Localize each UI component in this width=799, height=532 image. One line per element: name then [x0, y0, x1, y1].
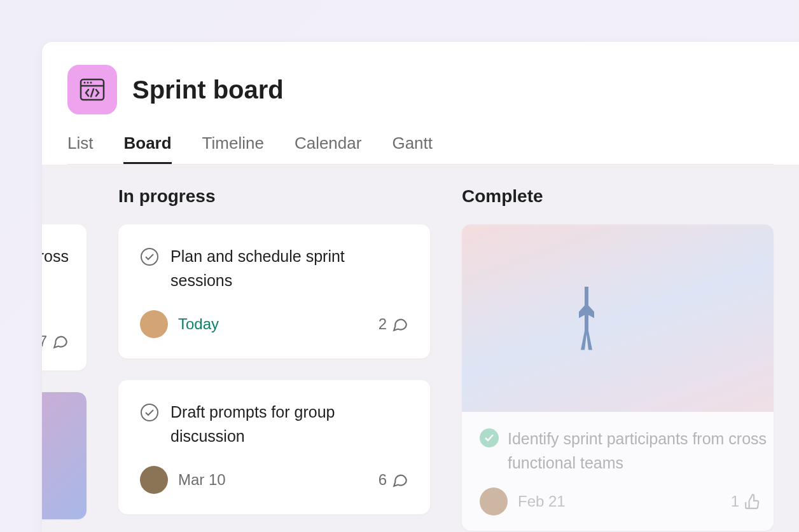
check-done-icon[interactable]: [480, 428, 499, 447]
comment-icon: [52, 333, 69, 350]
svg-point-3: [87, 82, 89, 84]
comment-count[interactable]: 6: [379, 471, 408, 489]
column-header[interactable]: Complete: [462, 186, 774, 207]
task-title: k from cross: [42, 245, 69, 269]
task-title: Draft prompts for group discussion: [170, 400, 408, 448]
view-tabs: List Board Timeline Calendar Gantt: [67, 133, 774, 165]
assignee-avatar[interactable]: [480, 488, 508, 515]
column-header: [42, 186, 87, 207]
comment-icon: [392, 316, 408, 332]
tab-calendar[interactable]: Calendar: [295, 133, 362, 164]
card-thumbnail: [42, 392, 87, 519]
column-header[interactable]: In progress: [118, 186, 430, 207]
project-title: Sprint board: [132, 76, 284, 104]
title-row: Sprint board: [67, 65, 774, 114]
check-circle-icon[interactable]: [140, 403, 159, 425]
assignee-avatar[interactable]: [140, 466, 168, 494]
code-browser-icon: [80, 78, 105, 101]
board-column-prior: k from cross 1 7: [42, 186, 87, 532]
due-date: Mar 10: [178, 471, 226, 489]
thumbs-up-icon: [744, 493, 761, 510]
check-circle-icon[interactable]: [140, 247, 159, 269]
comment-count[interactable]: 7: [42, 332, 69, 350]
due-date: Feb 21: [518, 493, 566, 510]
svg-point-4: [90, 82, 92, 84]
board-area[interactable]: k from cross 1 7: [42, 165, 799, 532]
task-title: Identify sprint participants from cross …: [508, 427, 774, 475]
project-icon[interactable]: [67, 65, 117, 114]
svg-point-6: [141, 249, 158, 265]
tab-gantt[interactable]: Gantt: [392, 133, 433, 164]
task-card[interactable]: k from cross 1 7: [42, 224, 87, 371]
task-card[interactable]: Identify sprint participants from cross …: [462, 224, 774, 531]
board-columns: k from cross 1 7: [42, 186, 799, 532]
tab-list[interactable]: List: [67, 133, 93, 164]
comment-count[interactable]: 2: [379, 315, 408, 333]
svg-point-7: [141, 404, 158, 421]
board-column-in-progress: In progress Plan and schedule sprint ses…: [118, 186, 430, 532]
task-title: Plan and schedule sprint sessions: [170, 245, 408, 292]
card-cover-image: [462, 224, 774, 412]
svg-point-2: [84, 82, 86, 84]
task-card[interactable]: Draft prompts for group discussion Mar 1…: [118, 380, 430, 514]
tab-board[interactable]: Board: [123, 133, 171, 164]
comment-icon: [392, 472, 408, 488]
task-card[interactable]: Plan and schedule sprint sessions Today …: [118, 224, 430, 358]
task-card[interactable]: [42, 392, 87, 519]
assignee-avatar[interactable]: [140, 310, 168, 338]
tab-timeline[interactable]: Timeline: [202, 133, 264, 164]
board-column-complete: Complete Identify sprint participants fr…: [462, 186, 774, 532]
app-window: Sprint board List Board Timeline Calenda…: [42, 42, 799, 532]
like-count[interactable]: 1: [731, 493, 761, 510]
due-date: Today: [178, 315, 219, 333]
project-header: Sprint board List Board Timeline Calenda…: [42, 42, 799, 165]
svg-line-5: [91, 89, 94, 97]
